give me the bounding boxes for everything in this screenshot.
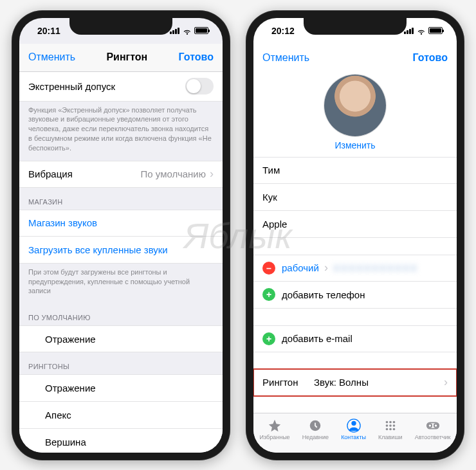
ringtone-item[interactable]: Апекс bbox=[19, 402, 223, 429]
vibration-row[interactable]: Вибрация По умолчанию › bbox=[19, 161, 223, 188]
wifi-icon bbox=[417, 26, 426, 35]
company-field[interactable]: Apple bbox=[253, 211, 457, 238]
svg-point-3 bbox=[386, 421, 389, 424]
svg-point-1 bbox=[351, 421, 356, 426]
add-icon[interactable]: + bbox=[262, 288, 275, 301]
ringtone-name: Апекс bbox=[45, 410, 214, 420]
cancel-button[interactable]: Отменить bbox=[28, 51, 75, 63]
status-time: 20:11 bbox=[37, 26, 60, 36]
avatar[interactable] bbox=[324, 75, 386, 136]
phone-type-label[interactable]: рабочий bbox=[282, 262, 319, 273]
notch bbox=[69, 18, 172, 35]
phone-right: 20:12 Отменить Готово Изменить Тим Кук bbox=[246, 10, 464, 460]
ringtone-name: Вершина bbox=[45, 437, 214, 447]
download-all-link: Загрузить все купленные звуки bbox=[28, 244, 214, 255]
chevron-right-icon: › bbox=[210, 167, 214, 181]
ringtone-name: Отражение bbox=[45, 383, 214, 393]
chevron-right-icon: › bbox=[444, 375, 448, 389]
svg-point-13 bbox=[428, 424, 432, 428]
tab-автоответчик[interactable]: Автоответчик bbox=[415, 419, 451, 440]
emergency-help: Функция «Экстренный допуск» позволяет по… bbox=[19, 102, 223, 161]
contact-header: Изменить bbox=[253, 72, 457, 157]
tab-контакты[interactable]: Контакты bbox=[341, 419, 366, 440]
tab-icon bbox=[268, 419, 282, 433]
add-email-row[interactable]: + добавить e-mail bbox=[253, 325, 457, 352]
add-icon[interactable]: + bbox=[262, 332, 275, 345]
svg-point-14 bbox=[434, 424, 437, 428]
ringtone-row[interactable]: Рингтон Звук: Волны › bbox=[253, 369, 457, 396]
svg-point-6 bbox=[386, 424, 389, 427]
status-time: 20:12 bbox=[271, 26, 295, 36]
edit-photo-button[interactable]: Изменить bbox=[253, 140, 457, 150]
add-email-label: добавить e-mail bbox=[282, 333, 352, 344]
ringtone-value: Звук: Волны bbox=[314, 377, 369, 388]
tone-store-row[interactable]: Магазин звуков bbox=[19, 210, 223, 237]
done-button[interactable]: Готово bbox=[413, 52, 448, 64]
tone-store-link: Магазин звуков bbox=[28, 217, 214, 228]
notch bbox=[304, 18, 407, 35]
ringtones-section-head: РИНГТОНЫ bbox=[19, 352, 223, 374]
tab-label: Недавние bbox=[302, 434, 329, 440]
tab-icon bbox=[308, 419, 322, 433]
company-value: Apple bbox=[262, 219, 287, 230]
svg-point-8 bbox=[393, 424, 396, 427]
cellular-icon bbox=[170, 28, 180, 34]
last-name-field[interactable]: Кук bbox=[253, 184, 457, 211]
tab-label: Избранные bbox=[260, 434, 290, 440]
first-name-field[interactable]: Тим bbox=[253, 157, 457, 184]
tab-недавние[interactable]: Недавние bbox=[302, 419, 329, 440]
tab-избранные[interactable]: Избранные bbox=[260, 419, 290, 440]
chevron-right-icon: › bbox=[324, 261, 328, 275]
default-section-head: ПО УМОЛЧАНИЮ bbox=[19, 303, 223, 325]
add-phone-label: добавить телефон bbox=[282, 289, 365, 300]
remove-icon[interactable]: – bbox=[262, 262, 275, 275]
cancel-button[interactable]: Отменить bbox=[262, 52, 309, 64]
tab-bar: ИзбранныеНедавниеКонтактыКлавишиАвтоотве… bbox=[253, 413, 457, 453]
download-all-row[interactable]: Загрузить все купленные звуки bbox=[19, 237, 223, 264]
phone-entry-row[interactable]: – рабочий › XXXXXXXXXXX bbox=[253, 255, 457, 282]
ringtone-item[interactable]: Вершина bbox=[19, 429, 223, 452]
svg-point-5 bbox=[393, 421, 396, 424]
store-help: При этом будут загружены все рингтоны и … bbox=[19, 264, 223, 304]
cellular-icon bbox=[404, 28, 414, 34]
content-scroll[interactable]: Изменить Тим Кук Apple – рабочий › XXXXX… bbox=[253, 72, 457, 413]
svg-point-4 bbox=[389, 421, 392, 424]
phone-left: 20:11 Отменить Рингтон Готово Экстренный… bbox=[12, 10, 230, 460]
default-ringtone-row[interactable]: Отражение bbox=[19, 325, 223, 352]
ringtone-item[interactable]: Отражение bbox=[19, 375, 223, 402]
tab-label: Автоответчик bbox=[415, 434, 451, 440]
svg-point-7 bbox=[389, 424, 392, 427]
emergency-label: Экстренный допуск bbox=[28, 81, 185, 92]
svg-point-9 bbox=[386, 428, 389, 431]
battery-icon bbox=[428, 27, 443, 34]
content-scroll[interactable]: Экстренный допуск Функция «Экстренный до… bbox=[19, 72, 223, 453]
store-section-head: МАГАЗИН bbox=[19, 188, 223, 210]
wifi-icon bbox=[183, 26, 192, 35]
battery-icon bbox=[194, 27, 208, 34]
tab-icon bbox=[383, 419, 398, 433]
svg-point-11 bbox=[393, 428, 396, 431]
add-phone-row[interactable]: + добавить телефон bbox=[253, 282, 457, 309]
tab-icon bbox=[347, 419, 361, 433]
tab-клавиши[interactable]: Клавиши bbox=[378, 419, 403, 440]
first-name-value: Тим bbox=[262, 165, 280, 176]
page-title: Рингтон bbox=[106, 51, 147, 63]
nav-bar: Отменить Рингтон Готово bbox=[19, 44, 223, 72]
vibration-label: Вибрация bbox=[28, 168, 141, 179]
nav-bar: Отменить Готово bbox=[253, 44, 457, 72]
tab-icon bbox=[426, 419, 440, 433]
vibration-value: По умолчанию bbox=[141, 168, 206, 179]
emergency-toggle[interactable] bbox=[185, 78, 214, 95]
ringtone-label: Рингтон bbox=[262, 377, 314, 388]
last-name-value: Кук bbox=[262, 192, 277, 203]
emergency-bypass-row[interactable]: Экстренный допуск bbox=[19, 72, 223, 102]
tab-label: Клавиши bbox=[378, 434, 403, 440]
phone-number-blurred: XXXXXXXXXXX bbox=[333, 262, 418, 273]
svg-point-10 bbox=[389, 428, 392, 431]
done-button[interactable]: Готово bbox=[179, 51, 214, 63]
default-ringtone-name: Отражение bbox=[45, 334, 214, 345]
tab-label: Контакты bbox=[341, 434, 366, 440]
